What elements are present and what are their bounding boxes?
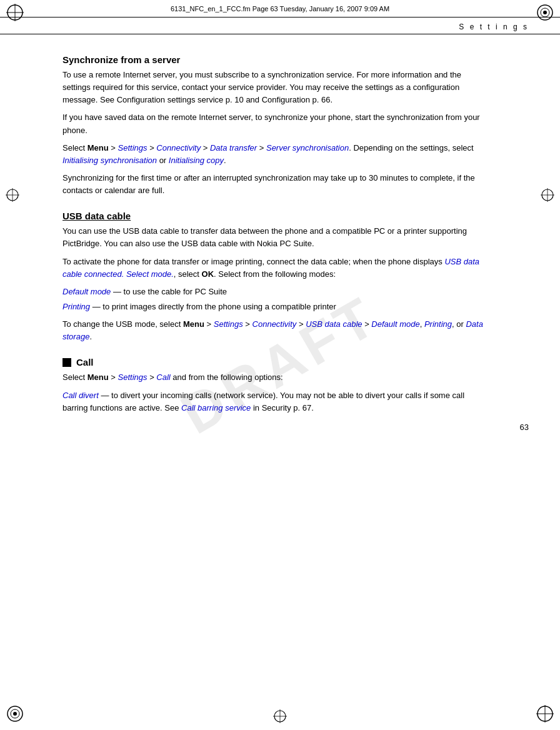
usb-list-item-2: Printing — to print images directly from… bbox=[62, 301, 488, 313]
call-barring-link: Call barring service bbox=[181, 403, 251, 412]
corner-decoration-br bbox=[535, 704, 555, 724]
default-mode-link-2: Default mode bbox=[371, 319, 419, 329]
corner-decoration-bl bbox=[5, 704, 25, 724]
connectivity-link-2: Connectivity bbox=[252, 319, 297, 329]
usb-data-cable-link: USB data cable bbox=[306, 319, 362, 329]
sync-para-4: Synchronizing for the first time or afte… bbox=[62, 172, 488, 197]
usb-connected-link: USB data cable connected. Select mode. bbox=[62, 257, 479, 279]
svg-point-8 bbox=[13, 712, 17, 716]
usb-para-1: You can use the USB data cable to transf… bbox=[62, 225, 488, 250]
sync-para-1: To use a remote Internet server, you mus… bbox=[62, 69, 488, 106]
initialising-copy-link: Initialising copy bbox=[169, 156, 224, 165]
printing-link-1: Printing bbox=[62, 302, 90, 311]
main-content: S e t t i n g s Synchronize from a serve… bbox=[0, 18, 560, 444]
call-link: Call bbox=[156, 372, 170, 382]
section-usb: USB data cable You can use the USB data … bbox=[62, 211, 488, 343]
connectivity-link-1: Connectivity bbox=[156, 143, 201, 152]
call-para-1: Select Menu > Settings > Call and from t… bbox=[62, 371, 488, 384]
menu-bold-3: Menu bbox=[88, 372, 109, 382]
data-transfer-link: Data transfer bbox=[210, 143, 257, 152]
section-call: Call Select Menu > Settings > Call and f… bbox=[62, 357, 488, 414]
menu-bold-1: Menu bbox=[88, 143, 109, 152]
section-sync: Synchronize from a server To use a remot… bbox=[62, 54, 488, 197]
settings-link-1: Settings bbox=[118, 143, 148, 152]
call-heading: Call bbox=[62, 357, 488, 368]
initialising-sync-link: Initialising synchronisation bbox=[62, 156, 157, 165]
page-header: S e t t i n g s bbox=[0, 18, 560, 34]
svg-point-5 bbox=[543, 11, 547, 14]
page-container: DRAFT 6131_NFC_en_1_FCC.fm Page 63 Tuesd… bbox=[0, 0, 560, 730]
content-area: Synchronize from a server To use a remot… bbox=[0, 37, 538, 444]
server-sync-link: Server synchronisation bbox=[266, 143, 349, 152]
sync-para-3: Select Menu > Settings > Connectivity > … bbox=[62, 142, 488, 167]
default-mode-link: Default mode bbox=[62, 287, 111, 296]
top-bar-text: 6131_NFC_en_1_FCC.fm Page 63 Tuesday, Ja… bbox=[171, 5, 389, 12]
page-number: 63 bbox=[520, 422, 529, 432]
sync-heading: Synchronize from a server bbox=[62, 54, 488, 65]
ok-bold: OK bbox=[202, 269, 214, 279]
top-bar: 6131_NFC_en_1_FCC.fm Page 63 Tuesday, Ja… bbox=[0, 0, 560, 18]
printing-link-2: Printing bbox=[424, 319, 452, 329]
usb-heading: USB data cable bbox=[62, 211, 488, 221]
menu-bold-2: Menu bbox=[183, 319, 204, 329]
sync-para-2: If you have saved data on the remote Int… bbox=[62, 111, 488, 136]
header-separator bbox=[0, 34, 560, 34]
call-para-2: Call divert — to divert your incoming ca… bbox=[62, 389, 488, 414]
call-divert-link: Call divert bbox=[62, 391, 99, 400]
usb-para-3: To change the USB mode, select Menu > Se… bbox=[62, 318, 488, 343]
usb-para-2: To activate the phone for data transfer … bbox=[62, 256, 488, 281]
usb-list-item-1: Default mode — to use the cable for PC S… bbox=[62, 286, 488, 298]
call-heading-text: Call bbox=[76, 357, 94, 368]
bottom-mid-mark bbox=[272, 709, 288, 724]
settings-link-2: Settings bbox=[214, 319, 243, 329]
page-header-title: S e t t i n g s bbox=[459, 22, 529, 31]
settings-link-3: Settings bbox=[118, 372, 148, 382]
call-square-icon bbox=[62, 358, 71, 367]
